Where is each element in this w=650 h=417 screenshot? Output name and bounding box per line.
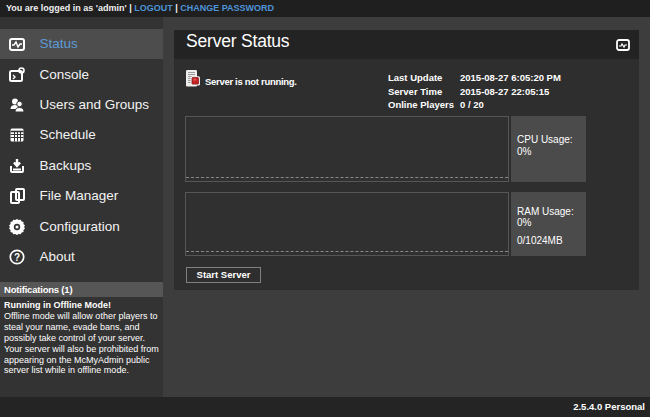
svg-text:?: ? bbox=[14, 251, 20, 262]
